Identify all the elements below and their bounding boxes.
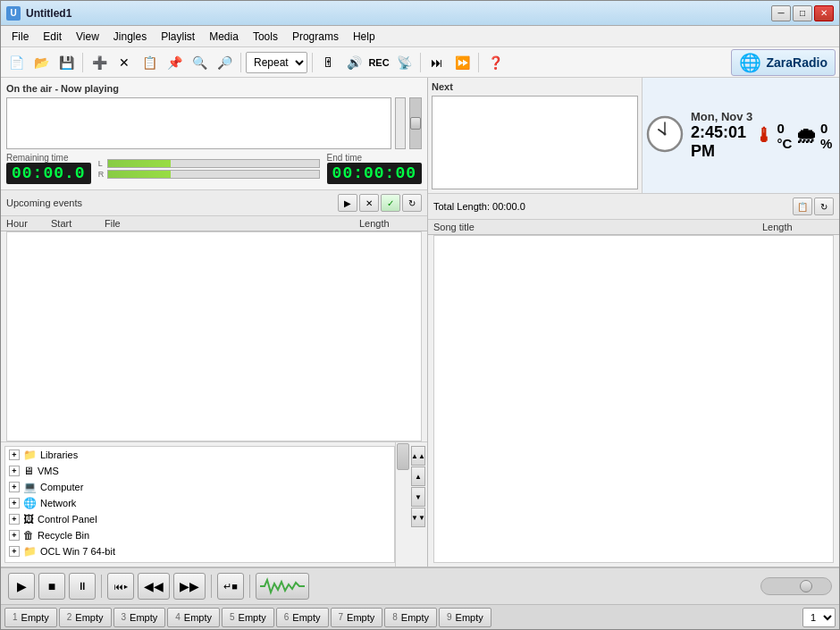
hotkey-page-dropdown[interactable]: 1 [802,608,836,627]
upcoming-title: Upcoming events [6,197,82,208]
save-button[interactable]: 💾 [55,51,78,74]
upcoming-refresh-btn[interactable]: ↻ [402,194,422,212]
minimize-button[interactable]: ─ [771,5,791,21]
copy-button[interactable]: 📋 [138,51,161,74]
menu-edit[interactable]: Edit [36,29,69,45]
delete-button[interactable]: ✕ [113,51,136,74]
libraries-label: Libraries [40,449,78,460]
search2-button[interactable]: 🔎 [213,51,236,74]
tree-item-vms[interactable]: + 🖥 VMS [5,463,394,479]
tree-expand-network[interactable]: + [9,498,20,508]
hotkey-6[interactable]: 6 Empty [276,608,329,627]
weather-value: 0 % [820,121,836,151]
play-button[interactable]: ▶ [8,573,35,600]
special-button[interactable]: ↵■ [217,573,244,600]
maximize-button[interactable]: □ [793,5,812,21]
hotkey-7[interactable]: 7 Empty [331,608,383,627]
menu-playlist[interactable]: Playlist [154,29,202,45]
file-tree-scrollbar[interactable] [395,442,409,567]
thermometer-icon: 🌡 [754,124,774,147]
pause-button[interactable]: ⏸ [69,573,96,600]
vms-label: VMS [38,466,59,476]
toolbar-sep-5 [478,53,479,72]
hotkey-1[interactable]: 1 Empty [4,608,57,627]
tree-expand-vms[interactable]: + [9,466,20,476]
upcoming-play-btn[interactable]: ▶ [338,194,357,212]
col-length: Length [359,218,422,229]
hotkey-2[interactable]: 2 Empty [59,608,112,627]
rew-button[interactable]: ◀◀ [138,573,170,600]
end-time-display: 00:00:00 [327,163,422,184]
repeat-dropdown[interactable]: Repeat [246,52,307,73]
menu-view[interactable]: View [69,29,106,45]
menu-tools[interactable]: Tools [246,29,285,45]
hotkey-5[interactable]: 5 Empty [222,608,274,627]
volume-slider[interactable] [409,97,422,149]
end-time-label: End time [327,153,422,163]
menu-file[interactable]: File [4,29,36,45]
speakers-button[interactable]: 🔊 [342,51,365,74]
hotkey-3[interactable]: 3 Empty [113,608,166,627]
playlist-export-btn[interactable]: 📋 [793,197,812,215]
now-playing-label: On the air - Now playing [6,83,422,94]
time-row: Remaining time 00:00.0 L R [6,153,422,184]
file-tree-scroll-thumb[interactable] [397,443,409,470]
main-content: On the air - Now playing Remaining time [1,78,839,567]
hotkey-4[interactable]: 4 Empty [167,608,220,627]
track-display [6,97,391,149]
menu-jingles[interactable]: Jingles [106,29,154,45]
file-tree-section: + 📁 Libraries + 🖥 VMS + 💻 Computer [1,441,427,567]
zara-logo-text: ZaraRadio [767,55,827,70]
close-button[interactable]: ✕ [814,5,834,21]
window-title: Untitled1 [26,7,771,20]
remaining-display: 00:00.0 [6,163,91,184]
events-table: Hour Start File Length [1,216,427,441]
record-button[interactable]: REC [367,51,391,74]
paste-button[interactable]: 📌 [163,51,186,74]
stop-button[interactable]: ■ [38,573,65,600]
weather-widget: 🌧 0 % [795,121,836,151]
clock-icon [646,115,684,155]
ffw-button[interactable]: ▶▶ [173,573,206,600]
upcoming-stop-btn[interactable]: ✕ [359,194,379,212]
tree-item-libraries[interactable]: + 📁 Libraries [5,447,394,463]
menu-help[interactable]: Help [346,29,382,45]
nav-top-btn[interactable]: ▲▲ [411,446,425,466]
playlist-refresh-btn[interactable]: ↻ [814,197,834,215]
skip-button[interactable]: ⏭ [425,51,449,74]
equalizer-button[interactable]: 🎚 [317,51,340,74]
clock-text: Mon, Nov 3 2:45:01 PM [691,110,754,161]
tree-expand-computer[interactable]: + [9,482,20,492]
hotkey-8[interactable]: 8 Empty [384,608,437,627]
skip2-button[interactable]: ⏩ [450,51,474,74]
tree-expand-ocl[interactable]: + [9,546,20,557]
recycle-bin-label: Recycle Bin [38,530,89,541]
tree-item-control-panel[interactable]: + 🖼 Control Panel [5,511,394,527]
nav-up-btn[interactable]: ▲ [411,466,425,486]
upcoming-check-btn[interactable]: ✓ [381,194,400,212]
open-button[interactable]: 📂 [29,51,53,74]
menu-programs[interactable]: Programs [285,29,346,45]
wave-button[interactable] [256,573,309,600]
nav-down-btn[interactable]: ▼ [411,487,425,507]
stream-button[interactable]: 📡 [392,51,416,74]
prev-button[interactable]: ⏮▶ [107,573,134,600]
volume-slider-h[interactable] [760,577,832,595]
tree-expand-control-panel[interactable]: + [9,514,20,525]
toolbar-sep-1 [82,53,83,72]
hotkey-9[interactable]: 9 Empty [439,608,491,627]
nav-bottom-btn[interactable]: ▼▼ [411,508,425,527]
tree-expand-recycle-bin[interactable]: + [9,530,20,541]
menu-media[interactable]: Media [202,29,246,45]
tree-item-recycle-bin[interactable]: + 🗑 Recycle Bin [5,527,394,543]
search-button[interactable]: 🔍 [188,51,211,74]
remaining-label: Remaining time [6,153,91,163]
add-button[interactable]: ➕ [88,51,111,74]
tree-expand-libraries[interactable]: + [9,449,20,460]
col-file: File [105,218,359,229]
tree-item-computer[interactable]: + 💻 Computer [5,479,394,495]
tree-item-ocl[interactable]: + 📁 OCL Win 7 64-bit [5,543,394,559]
help-icon-button[interactable]: ❓ [483,51,507,74]
new-button[interactable]: 📄 [4,51,28,74]
tree-item-network[interactable]: + 🌐 Network [5,495,394,511]
